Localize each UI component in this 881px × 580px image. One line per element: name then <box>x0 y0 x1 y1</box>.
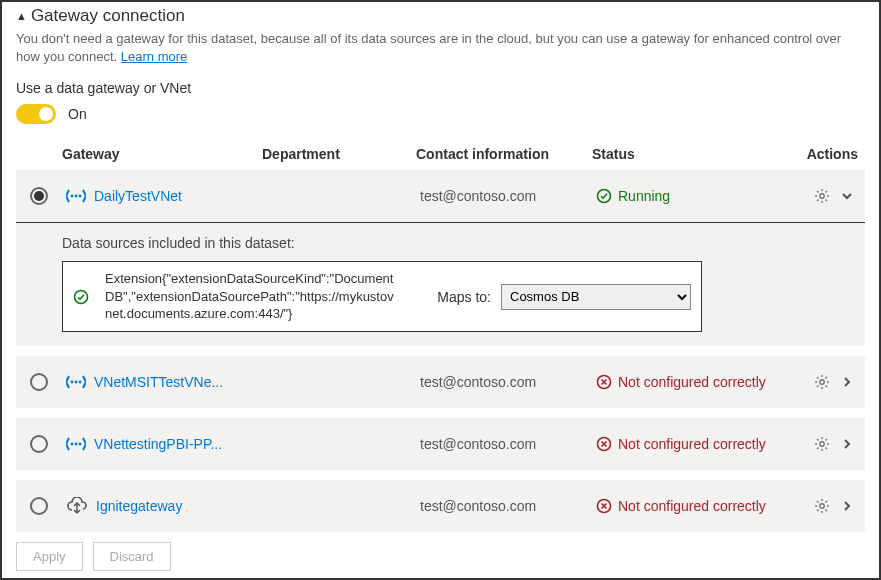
svg-line-36 <box>817 439 819 441</box>
svg-line-9 <box>817 191 819 193</box>
gateway-status: Not configured correctly <box>592 372 806 392</box>
gateway-row: VNetMSITTestVNe...test@contoso.comNot co… <box>16 356 865 408</box>
section-title: Gateway connection <box>31 6 185 26</box>
discard-button[interactable]: Discard <box>93 542 171 571</box>
gateway-row: VNettestingPBI-PP...test@contoso.comNot … <box>16 418 865 470</box>
vnet-icon <box>66 436 86 452</box>
svg-point-27 <box>71 443 74 446</box>
svg-point-31 <box>820 442 824 446</box>
gateway-contact: test@contoso.com <box>416 496 592 516</box>
hint-text: You don't need a gateway for this datase… <box>16 30 865 66</box>
settings-button[interactable] <box>814 374 830 390</box>
expand-button[interactable] <box>840 375 854 389</box>
gateway-row: DailyTestVNettest@contoso.comRunning <box>16 170 865 222</box>
svg-line-37 <box>826 448 828 450</box>
col-actions: Actions <box>806 146 866 162</box>
svg-point-18 <box>820 380 824 384</box>
maps-to-label: Maps to: <box>405 289 495 305</box>
expand-button[interactable] <box>840 499 854 513</box>
gear-icon <box>814 188 830 204</box>
gateway-contact: test@contoso.com <box>416 372 592 392</box>
gateway-contact: test@contoso.com <box>416 186 592 206</box>
gear-icon <box>814 498 830 514</box>
svg-line-46 <box>817 501 819 503</box>
svg-point-15 <box>75 381 78 384</box>
datasource-text: Extension{"extensionDataSourceKind":"Doc… <box>105 270 399 323</box>
gateway-name: VNetMSITTestVNe... <box>94 374 223 390</box>
svg-point-0 <box>71 195 74 198</box>
gateway-status: Not configured correctly <box>592 434 806 454</box>
apply-button[interactable]: Apply <box>16 542 83 571</box>
gateway-department <box>262 380 416 384</box>
gateway-actions <box>806 434 866 454</box>
svg-point-16 <box>79 381 82 384</box>
check-circle-icon <box>596 188 612 204</box>
gateway-status: Running <box>592 186 806 206</box>
gateway-name-cell[interactable]: DailyTestVNet <box>62 186 262 206</box>
gateway-radio[interactable] <box>30 497 48 515</box>
error-circle-icon <box>596 498 612 514</box>
chevron-down-icon <box>840 189 854 203</box>
section-header[interactable]: ▲ Gateway connection <box>16 6 865 26</box>
collapse-icon: ▲ <box>16 10 27 22</box>
gear-icon <box>814 374 830 390</box>
svg-point-14 <box>71 381 74 384</box>
svg-line-12 <box>817 200 819 202</box>
gateway-name-cell[interactable]: VNetMSITTestVNe... <box>62 372 262 392</box>
datasource-panel: Data sources included in this dataset:Ex… <box>16 222 865 346</box>
settings-button[interactable] <box>814 436 830 452</box>
maps-to-select[interactable]: Cosmos DB <box>501 284 691 310</box>
error-circle-icon <box>596 374 612 390</box>
svg-point-29 <box>79 443 82 446</box>
gateway-row: Ignitegatewaytest@contoso.comNot configu… <box>16 480 865 532</box>
gateway-name-cell[interactable]: VNettestingPBI-PP... <box>62 434 262 454</box>
gateway-department <box>262 194 416 198</box>
gateway-name: VNettestingPBI-PP... <box>94 436 222 452</box>
expand-button[interactable] <box>840 189 854 203</box>
gateway-name-cell[interactable]: Ignitegateway <box>62 495 262 517</box>
chevron-right-icon <box>840 375 854 389</box>
cloud-gateway-icon <box>66 497 88 515</box>
chevron-right-icon <box>840 437 854 451</box>
svg-line-38 <box>826 439 828 441</box>
gateway-connection-panel: ▲ Gateway connection You don't need a ga… <box>0 0 881 580</box>
col-gateway: Gateway <box>62 146 262 162</box>
svg-line-11 <box>826 191 828 193</box>
gateway-radio[interactable] <box>30 435 48 453</box>
svg-line-47 <box>826 510 828 512</box>
learn-more-link[interactable]: Learn more <box>121 49 187 64</box>
gateway-actions <box>806 186 866 206</box>
svg-line-23 <box>817 377 819 379</box>
svg-line-39 <box>817 448 819 450</box>
datasource-caption: Data sources included in this dataset: <box>62 235 855 251</box>
svg-line-48 <box>826 501 828 503</box>
datasource-box: Extension{"extensionDataSourceKind":"Doc… <box>62 261 702 332</box>
gateway-actions <box>806 496 866 516</box>
svg-point-41 <box>820 504 824 508</box>
gateway-toggle[interactable] <box>16 104 56 124</box>
gateway-radio[interactable] <box>30 373 48 391</box>
gateway-name: DailyTestVNet <box>94 188 182 204</box>
svg-line-26 <box>817 386 819 388</box>
datasource-status-icon <box>73 289 99 305</box>
gateway-actions <box>806 372 866 392</box>
table-header: Gateway Department Contact information S… <box>16 138 865 170</box>
settings-button[interactable] <box>814 188 830 204</box>
svg-point-4 <box>820 194 824 198</box>
gateway-status: Not configured correctly <box>592 496 806 516</box>
gateway-department <box>262 442 416 446</box>
svg-point-1 <box>75 195 78 198</box>
gateway-department <box>262 504 416 508</box>
col-department: Department <box>262 146 416 162</box>
gateway-contact: test@contoso.com <box>416 434 592 454</box>
svg-point-28 <box>75 443 78 446</box>
svg-line-24 <box>826 386 828 388</box>
gateway-radio[interactable] <box>30 187 48 205</box>
toggle-caption: Use a data gateway or VNet <box>16 80 865 96</box>
col-contact: Contact information <box>416 146 592 162</box>
chevron-right-icon <box>840 499 854 513</box>
error-circle-icon <box>596 436 612 452</box>
expand-button[interactable] <box>840 437 854 451</box>
settings-button[interactable] <box>814 498 830 514</box>
svg-line-25 <box>826 377 828 379</box>
